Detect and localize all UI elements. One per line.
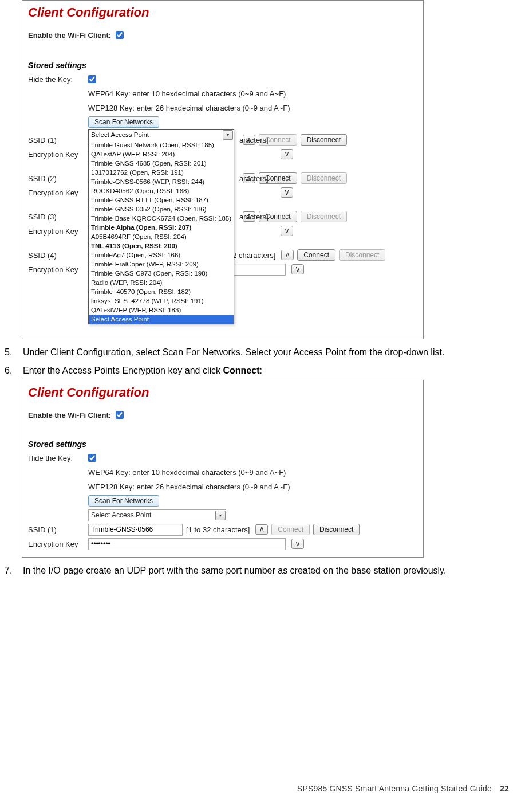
scan-networks-button[interactable]: Scan For Networks (88, 495, 159, 507)
wep64-hint: WEP64 Key: enter 10 hexdecimal character… (88, 89, 286, 98)
dropdown-option[interactable]: Trimble Alpha (Open, RSSI: 207) (89, 223, 234, 232)
enable-wifi-checkbox[interactable] (116, 411, 124, 419)
move-up-button[interactable]: /\ (281, 250, 294, 260)
hide-key-checkbox[interactable] (88, 454, 96, 462)
page-footer: SPS985 GNSS Smart Antenna Getting Starte… (297, 784, 509, 793)
dropdown-option[interactable]: linksys_SES_42778 (WEP, RSSI: 191) (89, 296, 234, 305)
panel-title: Client Configuration (28, 385, 417, 400)
disconnect-button[interactable]: Disconnect (301, 172, 347, 184)
dropdown-option[interactable]: Trimble_40570 (Open, RSSI: 182) (89, 287, 234, 296)
dropdown-option[interactable]: A05B4694RF (Open, RSSI: 204) (89, 232, 234, 241)
dropdown-option[interactable]: TrimbleAg7 (Open, RSSI: 166) (89, 250, 234, 260)
dropdown-option[interactable]: QATestAP (WEP, RSSI: 204) (89, 150, 234, 159)
dropdown-option[interactable]: ROCKD40562 (Open, RSSI: 168) (89, 186, 234, 195)
connect-button[interactable]: Connect (297, 249, 335, 261)
move-down-button[interactable]: \/ (291, 264, 304, 274)
dropdown-option[interactable]: Trimble Guest Network (Open, RSSI: 185) (89, 140, 234, 150)
client-config-panel-filled: Client Configuration Enable the Wi-Fi Cl… (22, 380, 424, 558)
ssid-label: SSID (1) (28, 136, 88, 144)
move-down-button[interactable]: \/ (281, 187, 293, 198)
panel-title: Client Configuration (28, 5, 417, 20)
dropdown-option[interactable]: Trimble-GNSS-4685 (Open, RSSI: 201) (89, 159, 234, 168)
encryption-key-input[interactable] (88, 538, 286, 550)
stored-settings-heading: Stored settings (28, 440, 417, 449)
range-hint-fragment: aracters] (239, 213, 269, 221)
scan-networks-button[interactable]: Scan For Networks (88, 116, 159, 128)
ssid-label: SSID (4) (28, 251, 88, 260)
move-down-button[interactable]: \/ (281, 226, 293, 236)
disconnect-button[interactable]: Disconnect (301, 211, 347, 222)
dropdown-option[interactable]: Trimble-GNSS-0566 (WEP, RSSI: 244) (89, 177, 234, 186)
dropdown-option[interactable]: Trimble-GNSS-RTTT (Open, RSSI: 187) (89, 195, 234, 205)
dropdown-option[interactable]: Trimble-Base-KQROCK6724 (Open, RSSI: 185… (89, 214, 234, 223)
chevron-down-icon[interactable]: ▾ (215, 511, 226, 520)
encryption-key-label: Encryption Key (28, 265, 88, 274)
range-hint-fragment: aracters] (239, 136, 269, 144)
dropdown-option[interactable]: Radio (WEP, RSSI: 204) (89, 278, 234, 287)
move-down-button[interactable]: \/ (281, 149, 293, 159)
encryption-key-label: Encryption Key (28, 150, 88, 159)
ssid-input[interactable] (88, 524, 183, 536)
instruction-step-7: 7. In the I/O page create an UDP port wi… (23, 564, 514, 577)
dropdown-option[interactable]: QATestWEP (WEP, RSSI: 183) (89, 305, 234, 315)
hide-key-checkbox[interactable] (88, 75, 96, 83)
encryption-key-label: Encryption Key (28, 540, 88, 548)
chevron-down-icon[interactable]: ▾ (223, 130, 233, 140)
disconnect-button[interactable]: Disconnect (313, 524, 360, 535)
ssid-label: SSID (2) (28, 174, 88, 183)
range-hint: [1 to 32 characters] (186, 525, 250, 534)
wep64-hint: WEP64 Key: enter 10 hexdecimal character… (88, 468, 286, 477)
ssid-label: SSID (3) (28, 213, 88, 221)
instruction-step-5: 5. Under Client Configuration, select Sc… (23, 346, 514, 359)
disconnect-button[interactable]: Disconnect (339, 249, 385, 261)
encryption-key-label: Encryption Key (28, 227, 88, 236)
access-point-select[interactable]: Select Access Point ▾ (88, 509, 226, 521)
encryption-key-label: Encryption Key (28, 189, 88, 197)
ssid-label: SSID (1) (28, 525, 88, 534)
stored-settings-heading: Stored settings (28, 61, 417, 70)
enable-wifi-label: Enable the Wi-Fi Client: (28, 411, 111, 419)
disconnect-button[interactable]: Disconnect (301, 134, 347, 146)
dropdown-option[interactable]: Trimble-GNSS-0052 (Open, RSSI: 186) (89, 205, 234, 214)
dropdown-option-selected[interactable]: Select Access Point (89, 315, 234, 324)
wep128-hint: WEP128 Key: enter 26 hexdecimal characte… (88, 104, 290, 112)
dropdown-option[interactable]: Trimble-GNSS-C973 (Open, RSSI: 198) (89, 269, 234, 278)
range-hint-fragment: aracters] (239, 174, 269, 183)
dropdown-option[interactable]: TNL 4113 (Open, RSSI: 200) (89, 241, 234, 250)
dropdown-option[interactable]: 1317012762 (Open, RSSI: 191) (89, 168, 234, 177)
hide-key-label: Hide the Key: (28, 454, 88, 462)
move-up-button[interactable]: /\ (255, 524, 268, 535)
enable-wifi-label: Enable the Wi-Fi Client: (28, 31, 111, 40)
dropdown-selected-value[interactable]: Select Access Point ▾ (89, 130, 234, 140)
dropdown-option[interactable]: Trimble-EralCoper (WEP, RSSI: 209) (89, 260, 234, 269)
wep128-hint: WEP128 Key: enter 26 hexdecimal characte… (88, 483, 290, 491)
move-down-button[interactable]: \/ (291, 539, 304, 549)
access-point-dropdown-open[interactable]: Select Access Point ▾ Trimble Guest Netw… (88, 129, 234, 324)
enable-wifi-checkbox[interactable] (116, 31, 124, 39)
hide-key-label: Hide the Key: (28, 75, 88, 84)
instruction-step-6: 6. Enter the Access Points Encryption ke… (23, 364, 514, 377)
client-config-panel-dropdown-open: Client Configuration Enable the Wi-Fi Cl… (22, 0, 424, 339)
connect-button[interactable]: Connect (271, 524, 310, 535)
